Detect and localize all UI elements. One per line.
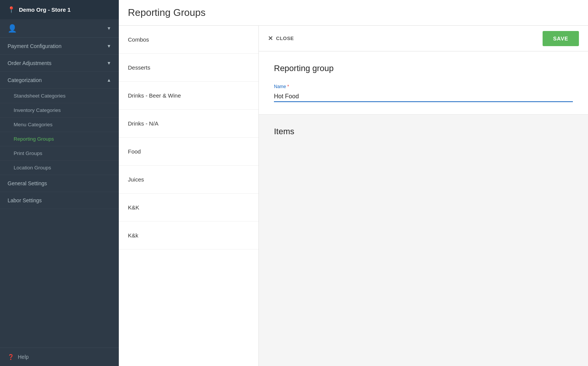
categorization-label: Categorization: [8, 77, 42, 83]
main-content: Reporting Groups Combos Desserts Drinks …: [119, 0, 588, 366]
sidebar-item-payment-configuration[interactable]: Payment Configuration ▼: [0, 38, 119, 55]
sidebar-item-categorization[interactable]: Categorization ▲: [0, 72, 119, 89]
items-title: Items: [274, 127, 573, 136]
list-item-desserts[interactable]: Desserts: [119, 54, 258, 82]
sidebar-item-standsheet-categories[interactable]: Standsheet Categories: [0, 89, 119, 103]
close-button[interactable]: ✕ CLOSE: [268, 35, 294, 42]
reporting-group-section: Reporting group Name *: [259, 51, 588, 115]
list-item-drinks-na[interactable]: Drinks - N/A: [119, 110, 258, 138]
sidebar-item-location-groups[interactable]: Location Groups: [0, 161, 119, 175]
help-circle-icon: ❓: [8, 354, 14, 360]
help-label: Help: [18, 354, 29, 360]
main-header: Reporting Groups: [119, 0, 588, 26]
close-icon: ✕: [268, 35, 273, 42]
close-label: CLOSE: [276, 36, 294, 41]
list-item-drinks-beer-wine[interactable]: Drinks - Beer & Wine: [119, 82, 258, 110]
labor-settings-label: Labor Settings: [8, 197, 42, 203]
general-settings-label: General Settings: [8, 180, 47, 186]
required-indicator: *: [286, 84, 289, 89]
sidebar-item-print-groups[interactable]: Print Groups: [0, 146, 119, 161]
items-section: Items: [259, 115, 588, 366]
user-icon: 👤: [8, 24, 17, 33]
list-item-combos[interactable]: Combos: [119, 26, 258, 54]
list-item-food[interactable]: Food: [119, 138, 258, 166]
categorization-chevron-icon: ▲: [107, 78, 111, 83]
reporting-group-title: Reporting group: [274, 64, 573, 73]
list-item-kk2[interactable]: K&k: [119, 222, 258, 250]
sidebar-header: 📍 Demo Org - Store 1: [0, 0, 119, 19]
order-adjustments-chevron-icon: ▼: [107, 60, 111, 66]
store-name: Demo Org - Store 1: [19, 6, 111, 13]
list-panel: Combos Desserts Drinks - Beer & Wine Dri…: [119, 26, 259, 366]
sidebar-item-menu-categories[interactable]: Menu Categories: [0, 118, 119, 132]
location-icon: 📍: [8, 6, 15, 13]
page-title: Reporting Groups: [128, 7, 205, 19]
payment-configuration-label: Payment Configuration: [8, 43, 61, 49]
list-item-kk1[interactable]: K&K: [119, 194, 258, 222]
sidebar-item-labor-settings[interactable]: Labor Settings: [0, 192, 119, 209]
list-item-juices[interactable]: Juices: [119, 166, 258, 194]
detail-topbar: ✕ CLOSE SAVE: [259, 26, 588, 51]
sidebar-help[interactable]: ❓ Help: [0, 347, 119, 366]
payment-config-chevron-icon: ▼: [107, 43, 111, 49]
user-row[interactable]: 👤 ▼: [0, 19, 119, 38]
sidebar: 📍 Demo Org - Store 1 👤 ▼ Payment Configu…: [0, 0, 119, 366]
sidebar-item-order-adjustments[interactable]: Order Adjustments ▼: [0, 55, 119, 72]
save-button[interactable]: SAVE: [543, 31, 579, 46]
detail-panel: ✕ CLOSE SAVE Reporting group Name * Item…: [259, 26, 588, 366]
sidebar-item-reporting-groups[interactable]: Reporting Groups: [0, 132, 119, 146]
name-input[interactable]: [274, 92, 573, 102]
panels: Combos Desserts Drinks - Beer & Wine Dri…: [119, 26, 588, 366]
name-label: Name *: [274, 84, 573, 89]
order-adjustments-label: Order Adjustments: [8, 60, 51, 66]
user-chevron-icon: ▼: [107, 26, 111, 31]
sidebar-item-inventory-categories[interactable]: Inventory Categories: [0, 103, 119, 118]
sidebar-item-general-settings[interactable]: General Settings: [0, 175, 119, 192]
